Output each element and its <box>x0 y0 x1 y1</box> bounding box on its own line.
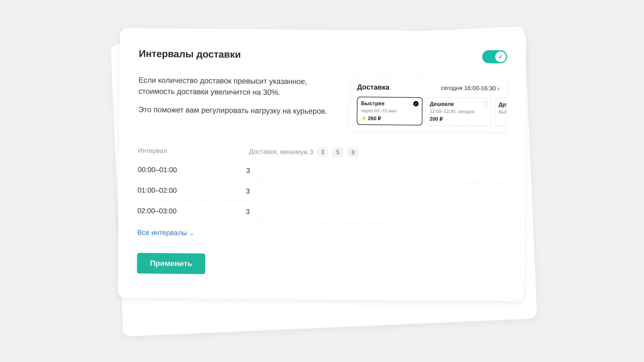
option-subtitle: 12:00–12:30, сегодня <box>430 109 487 115</box>
chevron-right-icon: › <box>497 85 500 91</box>
interval-label: 00:00–01:00 <box>138 165 246 175</box>
description-line-1: Если количество доставок превысит указан… <box>138 75 339 99</box>
preset-chip-5[interactable]: 5 <box>332 147 343 157</box>
option-faster[interactable]: Быстрее через 60–70 мин ⚡ 260 ₽ <box>357 97 422 125</box>
time-slot-selector[interactable]: сегодня 16:00-16:30 › <box>441 84 500 92</box>
col-deliveries: Доставок, минимум 3 3 5 8 <box>249 146 506 159</box>
delivery-preview: Доставка сегодня 16:00-16:30 › Быстрее ч… <box>349 77 507 132</box>
apply-button[interactable]: Применить <box>137 253 205 274</box>
expand-label: Все интервалы <box>137 228 187 237</box>
option-subtitle: через 60–70 мин <box>361 108 418 114</box>
preset-chip-8[interactable]: 8 <box>347 147 359 158</box>
chevron-down-icon: ⌄ <box>190 230 194 236</box>
radio-unselected-icon <box>482 101 488 107</box>
page-title: Интервалы доставки <box>139 48 241 60</box>
interval-label: 02:00–03:00 <box>137 207 246 216</box>
preset-chip-3[interactable]: 3 <box>317 147 328 157</box>
preview-header: Доставка сегодня 16:00-16:30 › <box>357 83 499 93</box>
interval-value[interactable]: 3 <box>246 187 506 198</box>
radio-selected-icon <box>413 101 419 106</box>
preview-title: Доставка <box>357 83 389 92</box>
option-price: ⚡ 260 ₽ <box>361 115 418 122</box>
body: Если количество доставок превысит указан… <box>138 75 507 132</box>
lightning-icon: ⚡ <box>361 116 367 121</box>
option-price-text: 260 ₽ <box>368 115 381 121</box>
description: Если количество доставок превысит указан… <box>138 75 339 131</box>
description-line-2: Это поможет вам регулировать нагрузку на… <box>138 104 339 117</box>
interval-table-header: Интервал Доставок, минимум 3 3 5 8 <box>138 145 506 159</box>
interval-row: 01:00–02:00 3 <box>138 180 506 204</box>
enable-toggle[interactable]: ✓ <box>482 50 507 63</box>
option-title: Быстрее <box>361 100 418 107</box>
option-price: 200 ₽ <box>430 116 487 122</box>
delivery-options: Быстрее через 60–70 мин ⚡ 260 ₽ Дешевле … <box>357 97 499 126</box>
interval-label: 01:00–02:00 <box>138 186 246 195</box>
check-icon: ✓ <box>498 53 503 60</box>
header: Интервалы доставки ✓ <box>139 47 507 63</box>
interval-value[interactable]: 3 <box>246 208 506 218</box>
option-subtitle: Выб и вр <box>499 109 507 115</box>
interval-row: 02:00–03:00 3 <box>137 201 506 224</box>
interval-row: 00:00–01:00 3 <box>138 159 506 183</box>
option-title: Дру <box>499 102 507 108</box>
time-slot-text: сегодня 16:00-16:30 <box>441 84 496 92</box>
col-deliveries-label: Доставок, минимум 3 <box>249 148 313 156</box>
toggle-thumb: ✓ <box>495 51 506 62</box>
expand-all-intervals[interactable]: Все интервалы ⌄ <box>137 221 506 240</box>
interval-value[interactable]: 3 <box>246 167 506 177</box>
option-other[interactable]: Дру Выб и вр <box>494 98 507 126</box>
option-title: Дешевле <box>430 101 487 107</box>
settings-card: Интервалы доставки ✓ Если количество дос… <box>118 28 526 301</box>
col-interval: Интервал <box>138 147 246 155</box>
option-cheaper[interactable]: Дешевле 12:00–12:30, сегодня 200 ₽ <box>425 97 491 126</box>
